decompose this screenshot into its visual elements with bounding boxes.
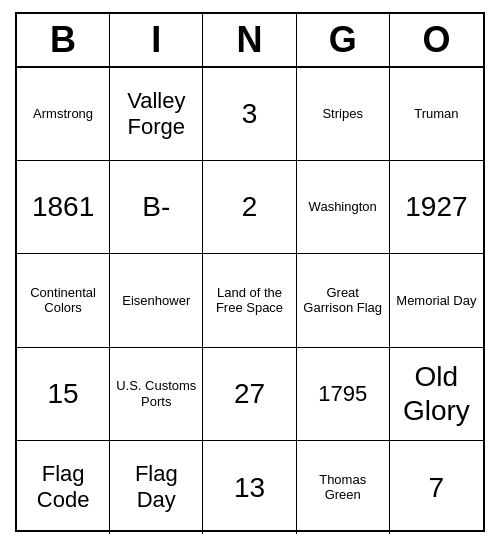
bingo-cell-23: Thomas Green <box>297 441 390 534</box>
bingo-cell-24: 7 <box>390 441 483 534</box>
header-letter: G <box>297 14 390 66</box>
bingo-cell-22: 13 <box>203 441 296 534</box>
bingo-cell-16: U.S. Customs Ports <box>110 348 203 441</box>
bingo-cell-8: Washington <box>297 161 390 254</box>
bingo-cell-17: 27 <box>203 348 296 441</box>
bingo-cell-11: Eisenhower <box>110 254 203 347</box>
bingo-cell-10: Continental Colors <box>17 254 110 347</box>
bingo-cell-4: Truman <box>390 68 483 161</box>
bingo-cell-5: 1861 <box>17 161 110 254</box>
bingo-cell-13: Great Garrison Flag <box>297 254 390 347</box>
bingo-cell-3: Stripes <box>297 68 390 161</box>
bingo-header: BINGO <box>17 14 483 68</box>
bingo-cell-15: 15 <box>17 348 110 441</box>
bingo-cell-14: Memorial Day <box>390 254 483 347</box>
bingo-cell-1: Valley Forge <box>110 68 203 161</box>
bingo-cell-20: Flag Code <box>17 441 110 534</box>
bingo-cell-9: 1927 <box>390 161 483 254</box>
bingo-cell-21: Flag Day <box>110 441 203 534</box>
bingo-cell-12: Land of the Free Space <box>203 254 296 347</box>
bingo-card: BINGO ArmstrongValley Forge3StripesTruma… <box>15 12 485 532</box>
bingo-cell-0: Armstrong <box>17 68 110 161</box>
header-letter: O <box>390 14 483 66</box>
header-letter: B <box>17 14 110 66</box>
bingo-cell-7: 2 <box>203 161 296 254</box>
bingo-cell-19: Old Glory <box>390 348 483 441</box>
header-letter: I <box>110 14 203 66</box>
header-letter: N <box>203 14 296 66</box>
bingo-grid: ArmstrongValley Forge3StripesTruman1861B… <box>17 68 483 534</box>
bingo-cell-6: B- <box>110 161 203 254</box>
bingo-cell-2: 3 <box>203 68 296 161</box>
bingo-cell-18: 1795 <box>297 348 390 441</box>
